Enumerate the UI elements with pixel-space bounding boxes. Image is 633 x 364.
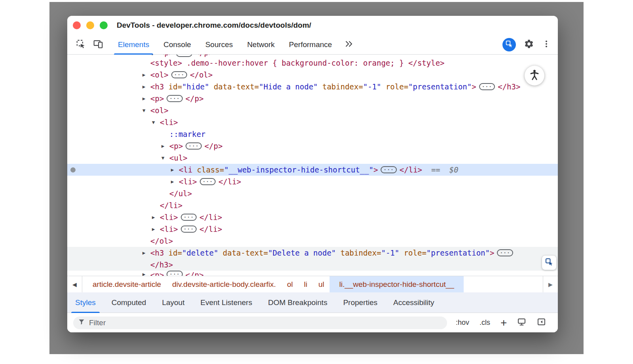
styles-toolbar-buttons: :hov .cls + (456, 317, 546, 328)
element-classes-button[interactable]: .cls (479, 318, 490, 327)
ellipsis-pill[interactable]: ··· (200, 178, 216, 185)
disclosure-triangle-icon[interactable]: ▸ (171, 178, 179, 185)
breadcrumb-item-ul[interactable]: ul (313, 276, 330, 292)
dom-row[interactable]: </ol> (67, 235, 558, 247)
dom-row[interactable]: ::marker (67, 128, 558, 140)
zoom-button[interactable] (100, 21, 108, 29)
ellipsis-pill[interactable]: ··· (181, 214, 197, 221)
dom-token: tabindex= (336, 248, 381, 257)
pick-element-button[interactable] (502, 38, 516, 51)
tab-console[interactable]: Console (156, 35, 198, 54)
disclosure-triangle-icon[interactable]: ▸ (142, 271, 150, 276)
disclosure-triangle-icon[interactable]: ▸ (152, 226, 160, 233)
tab-accessibility[interactable]: Accessibility (385, 292, 442, 313)
dom-token: </li> (218, 177, 241, 186)
tab-sources[interactable]: Sources (198, 35, 240, 54)
inspect-element-button[interactable] (72, 35, 89, 54)
scroll-into-view-button[interactable] (542, 256, 556, 270)
ellipsis-pill[interactable]: ··· (381, 166, 396, 173)
settings-button[interactable] (524, 39, 534, 51)
dom-row[interactable]: ▸<li class="__web-inspector-hide-shortcu… (67, 164, 558, 176)
breadcrumb-scroll-right-button[interactable]: ▶ (543, 276, 558, 292)
breadcrumb-item-li-web-inspector-hide-shortcut[interactable]: li.__web-inspector-hide-shortcut__ (330, 276, 463, 292)
dom-token: data-text= (218, 248, 268, 257)
disclosure-triangle-icon[interactable]: ▸ (171, 166, 179, 173)
breadcrumb-item-div-devsite-article-body-clear[interactable]: div.devsite-article-body.clearfix. (167, 276, 281, 292)
ellipsis-pill[interactable]: ··· (167, 95, 182, 102)
device-toolbar-button[interactable] (89, 35, 107, 54)
minimize-button[interactable] (86, 21, 94, 29)
dom-row[interactable]: ▸<ol>···</ol> (67, 69, 558, 81)
ellipsis-pill[interactable]: ··· (479, 83, 495, 90)
ellipsis-pill[interactable]: ··· (181, 226, 197, 233)
dom-row[interactable]: ▾<ul> (67, 152, 558, 164)
tab-computed[interactable]: Computed (104, 292, 154, 313)
tab-elements[interactable]: Elements (111, 35, 156, 54)
dom-token: <li> (160, 213, 178, 222)
dom-tree: ▸<p>···</p><style> .demo--hover:hover { … (67, 55, 558, 276)
dom-row[interactable]: <style> .demo--hover:hover { background-… (67, 57, 558, 69)
disclosure-triangle-icon[interactable]: ▸ (161, 142, 169, 150)
ellipsis-pill[interactable]: ··· (497, 249, 513, 256)
disclosure-triangle-icon[interactable]: ▸ (142, 95, 150, 102)
ellipsis-pill[interactable]: ··· (186, 142, 201, 150)
tab-event-listeners[interactable]: Event Listeners (192, 292, 260, 313)
breadcrumb-item-article-devsite-article[interactable]: article.devsite-article (87, 276, 167, 292)
ellipsis-pill[interactable]: ··· (167, 271, 182, 276)
right-triangle-icon: ▶ (548, 281, 553, 288)
sidebar-toggle-button[interactable] (537, 317, 546, 328)
accessibility-overlay-button[interactable] (525, 66, 544, 85)
ellipsis-pill[interactable]: ··· (171, 71, 187, 78)
dom-token: </li> (400, 165, 422, 174)
font-editor-button[interactable] (517, 317, 527, 328)
breadcrumb-item-ol[interactable]: ol (281, 276, 298, 292)
tab-dom-breakpoints[interactable]: DOM Breakpoints (260, 292, 335, 313)
tab-network[interactable]: Network (240, 35, 282, 54)
window-title: DevTools - developer.chrome.com/docs/dev… (117, 21, 311, 30)
dom-row[interactable]: ▸<h3 id="hide" data-text="Hide a node" t… (67, 81, 558, 93)
disclosure-triangle-icon[interactable]: ▸ (142, 71, 150, 78)
dom-row[interactable]: ▸<p>···</p> (67, 271, 558, 276)
dom-row[interactable]: </h3> (67, 259, 558, 271)
dom-token: class= (192, 165, 224, 174)
dom-row[interactable]: ▸<li>···</li> (67, 176, 558, 188)
disclosure-triangle-icon[interactable]: ▾ (152, 119, 160, 126)
tab-layout[interactable]: Layout (154, 292, 192, 313)
dom-row[interactable]: </ul> (67, 188, 558, 199)
tab-performance[interactable]: Performance (282, 35, 339, 54)
more-tabs-button[interactable] (341, 35, 358, 54)
toggle-element-state-button[interactable]: :hov (456, 318, 469, 327)
dom-token: tabindex= (318, 82, 363, 91)
dom-row[interactable]: ▸<li>···</li> (67, 223, 558, 235)
breadcrumb-item-li[interactable]: li (298, 276, 313, 292)
dom-token: </li> (199, 213, 222, 222)
breadcrumb-scroll-left-button[interactable]: ◀ (67, 276, 82, 292)
devtools-tabs: ElementsConsoleSourcesNetworkPerformance (111, 35, 339, 54)
devtools-toolbar: ElementsConsoleSourcesNetworkPerformance (67, 35, 558, 55)
close-button[interactable] (73, 21, 81, 29)
dom-row[interactable]: ▸<h3 id="delete" data-text="Delete a nod… (67, 247, 558, 259)
dom-token: "delete" (182, 248, 218, 257)
dom-row[interactable]: ▸<li>···</li> (67, 211, 558, 223)
dom-token: "-1" (363, 82, 381, 91)
dom-row[interactable]: ▸<p>···</p> (67, 140, 558, 152)
cursor-square-icon (544, 257, 554, 268)
new-style-rule-button[interactable]: + (500, 319, 507, 327)
dom-row[interactable]: ▾<li> (67, 116, 558, 128)
disclosure-triangle-icon[interactable]: ▸ (152, 214, 160, 221)
disclosure-triangle-icon[interactable]: ▸ (142, 83, 150, 90)
dom-row[interactable]: ▾<ol> (67, 104, 558, 116)
dom-row[interactable]: ▸<p>···</p> (67, 93, 558, 104)
tab-properties[interactable]: Properties (335, 292, 385, 313)
main-menu-button[interactable] (542, 39, 551, 50)
devtools-window: DevTools - developer.chrome.com/docs/dev… (67, 16, 558, 332)
dom-token: "Hide a node" (259, 82, 318, 91)
disclosure-triangle-icon[interactable]: ▾ (142, 107, 150, 114)
tab-styles[interactable]: Styles (67, 292, 104, 313)
dom-token: </li> (199, 225, 222, 233)
accessibility-person-icon (529, 69, 540, 82)
disclosure-triangle-icon[interactable]: ▾ (161, 154, 169, 161)
dom-row[interactable]: </li> (67, 199, 558, 211)
styles-filter-input[interactable] (89, 318, 442, 327)
disclosure-triangle-icon[interactable]: ▸ (142, 249, 150, 256)
